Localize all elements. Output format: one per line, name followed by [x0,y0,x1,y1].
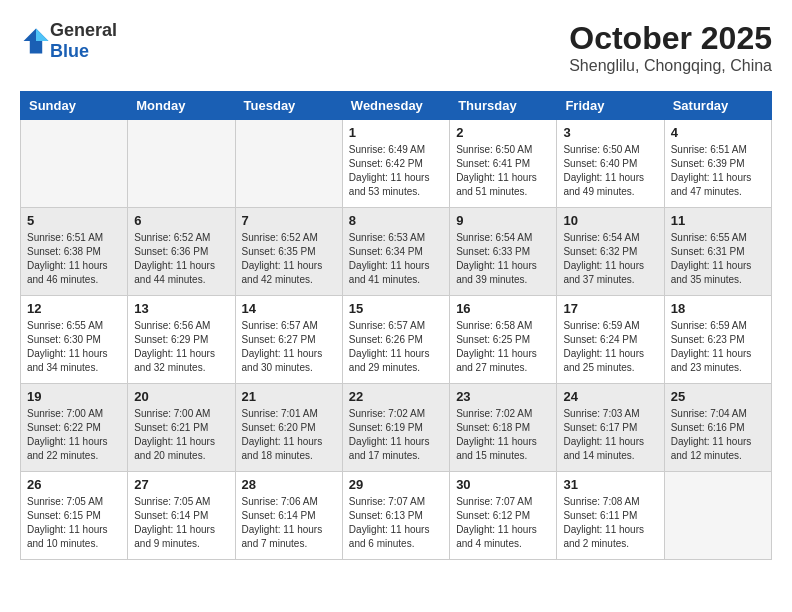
day-info: Sunrise: 6:57 AM Sunset: 6:26 PM Dayligh… [349,319,443,375]
day-number: 5 [27,213,121,228]
day-number: 15 [349,301,443,316]
day-info: Sunrise: 6:52 AM Sunset: 6:36 PM Dayligh… [134,231,228,287]
day-info: Sunrise: 7:03 AM Sunset: 6:17 PM Dayligh… [563,407,657,463]
day-number: 23 [456,389,550,404]
calendar-cell: 14Sunrise: 6:57 AM Sunset: 6:27 PM Dayli… [235,296,342,384]
day-number: 6 [134,213,228,228]
calendar-cell: 6Sunrise: 6:52 AM Sunset: 6:36 PM Daylig… [128,208,235,296]
calendar-cell: 24Sunrise: 7:03 AM Sunset: 6:17 PM Dayli… [557,384,664,472]
calendar-cell: 10Sunrise: 6:54 AM Sunset: 6:32 PM Dayli… [557,208,664,296]
day-info: Sunrise: 7:08 AM Sunset: 6:11 PM Dayligh… [563,495,657,551]
day-info: Sunrise: 6:55 AM Sunset: 6:31 PM Dayligh… [671,231,765,287]
calendar-cell [664,472,771,560]
calendar-cell: 9Sunrise: 6:54 AM Sunset: 6:33 PM Daylig… [450,208,557,296]
day-number: 3 [563,125,657,140]
day-info: Sunrise: 6:50 AM Sunset: 6:41 PM Dayligh… [456,143,550,199]
day-number: 7 [242,213,336,228]
day-number: 26 [27,477,121,492]
day-info: Sunrise: 6:56 AM Sunset: 6:29 PM Dayligh… [134,319,228,375]
calendar-cell: 28Sunrise: 7:06 AM Sunset: 6:14 PM Dayli… [235,472,342,560]
calendar-cell: 19Sunrise: 7:00 AM Sunset: 6:22 PM Dayli… [21,384,128,472]
calendar-cell: 16Sunrise: 6:58 AM Sunset: 6:25 PM Dayli… [450,296,557,384]
day-number: 31 [563,477,657,492]
calendar-cell: 1Sunrise: 6:49 AM Sunset: 6:42 PM Daylig… [342,120,449,208]
day-number: 12 [27,301,121,316]
day-number: 21 [242,389,336,404]
day-info: Sunrise: 7:05 AM Sunset: 6:14 PM Dayligh… [134,495,228,551]
day-number: 25 [671,389,765,404]
weekday-header-tuesday: Tuesday [235,92,342,120]
day-info: Sunrise: 7:00 AM Sunset: 6:21 PM Dayligh… [134,407,228,463]
day-number: 13 [134,301,228,316]
calendar-cell: 5Sunrise: 6:51 AM Sunset: 6:38 PM Daylig… [21,208,128,296]
day-number: 29 [349,477,443,492]
calendar-cell: 30Sunrise: 7:07 AM Sunset: 6:12 PM Dayli… [450,472,557,560]
weekday-header-friday: Friday [557,92,664,120]
location-subtitle: Shenglilu, Chongqing, China [569,57,772,75]
day-number: 20 [134,389,228,404]
calendar-cell: 13Sunrise: 6:56 AM Sunset: 6:29 PM Dayli… [128,296,235,384]
calendar-cell: 20Sunrise: 7:00 AM Sunset: 6:21 PM Dayli… [128,384,235,472]
day-info: Sunrise: 6:59 AM Sunset: 6:23 PM Dayligh… [671,319,765,375]
day-info: Sunrise: 7:07 AM Sunset: 6:13 PM Dayligh… [349,495,443,551]
svg-marker-1 [36,29,48,41]
day-number: 2 [456,125,550,140]
day-number: 14 [242,301,336,316]
calendar-cell: 27Sunrise: 7:05 AM Sunset: 6:14 PM Dayli… [128,472,235,560]
calendar-cell: 18Sunrise: 6:59 AM Sunset: 6:23 PM Dayli… [664,296,771,384]
day-number: 19 [27,389,121,404]
calendar-cell [128,120,235,208]
day-info: Sunrise: 7:02 AM Sunset: 6:18 PM Dayligh… [456,407,550,463]
weekday-header-monday: Monday [128,92,235,120]
calendar-cell: 3Sunrise: 6:50 AM Sunset: 6:40 PM Daylig… [557,120,664,208]
day-info: Sunrise: 7:05 AM Sunset: 6:15 PM Dayligh… [27,495,121,551]
weekday-header-sunday: Sunday [21,92,128,120]
calendar-cell: 25Sunrise: 7:04 AM Sunset: 6:16 PM Dayli… [664,384,771,472]
day-info: Sunrise: 6:51 AM Sunset: 6:39 PM Dayligh… [671,143,765,199]
calendar-cell: 23Sunrise: 7:02 AM Sunset: 6:18 PM Dayli… [450,384,557,472]
day-info: Sunrise: 7:00 AM Sunset: 6:22 PM Dayligh… [27,407,121,463]
day-info: Sunrise: 7:01 AM Sunset: 6:20 PM Dayligh… [242,407,336,463]
day-info: Sunrise: 6:57 AM Sunset: 6:27 PM Dayligh… [242,319,336,375]
weekday-header-row: SundayMondayTuesdayWednesdayThursdayFrid… [21,92,772,120]
page-header: General Blue October 2025 Shenglilu, Cho… [20,20,772,75]
month-title: October 2025 [569,20,772,57]
weekday-header-saturday: Saturday [664,92,771,120]
calendar-cell: 11Sunrise: 6:55 AM Sunset: 6:31 PM Dayli… [664,208,771,296]
logo-icon [22,27,50,55]
calendar-cell: 29Sunrise: 7:07 AM Sunset: 6:13 PM Dayli… [342,472,449,560]
logo-general: General [50,20,117,40]
day-info: Sunrise: 6:50 AM Sunset: 6:40 PM Dayligh… [563,143,657,199]
calendar-cell [235,120,342,208]
day-number: 18 [671,301,765,316]
day-number: 17 [563,301,657,316]
calendar-cell: 31Sunrise: 7:08 AM Sunset: 6:11 PM Dayli… [557,472,664,560]
week-row-1: 1Sunrise: 6:49 AM Sunset: 6:42 PM Daylig… [21,120,772,208]
week-row-5: 26Sunrise: 7:05 AM Sunset: 6:15 PM Dayli… [21,472,772,560]
week-row-4: 19Sunrise: 7:00 AM Sunset: 6:22 PM Dayli… [21,384,772,472]
logo-blue: Blue [50,41,89,61]
day-number: 1 [349,125,443,140]
day-number: 8 [349,213,443,228]
day-info: Sunrise: 6:52 AM Sunset: 6:35 PM Dayligh… [242,231,336,287]
day-info: Sunrise: 6:54 AM Sunset: 6:33 PM Dayligh… [456,231,550,287]
day-info: Sunrise: 6:54 AM Sunset: 6:32 PM Dayligh… [563,231,657,287]
calendar-cell: 12Sunrise: 6:55 AM Sunset: 6:30 PM Dayli… [21,296,128,384]
day-number: 10 [563,213,657,228]
day-info: Sunrise: 7:04 AM Sunset: 6:16 PM Dayligh… [671,407,765,463]
day-info: Sunrise: 6:59 AM Sunset: 6:24 PM Dayligh… [563,319,657,375]
logo: General Blue [20,20,117,62]
calendar-cell: 8Sunrise: 6:53 AM Sunset: 6:34 PM Daylig… [342,208,449,296]
weekday-header-wednesday: Wednesday [342,92,449,120]
calendar-cell: 15Sunrise: 6:57 AM Sunset: 6:26 PM Dayli… [342,296,449,384]
day-number: 16 [456,301,550,316]
calendar-table: SundayMondayTuesdayWednesdayThursdayFrid… [20,91,772,560]
calendar-cell: 7Sunrise: 6:52 AM Sunset: 6:35 PM Daylig… [235,208,342,296]
day-number: 4 [671,125,765,140]
title-block: October 2025 Shenglilu, Chongqing, China [569,20,772,75]
calendar-cell: 2Sunrise: 6:50 AM Sunset: 6:41 PM Daylig… [450,120,557,208]
day-number: 24 [563,389,657,404]
day-number: 30 [456,477,550,492]
calendar-cell: 22Sunrise: 7:02 AM Sunset: 6:19 PM Dayli… [342,384,449,472]
day-number: 11 [671,213,765,228]
